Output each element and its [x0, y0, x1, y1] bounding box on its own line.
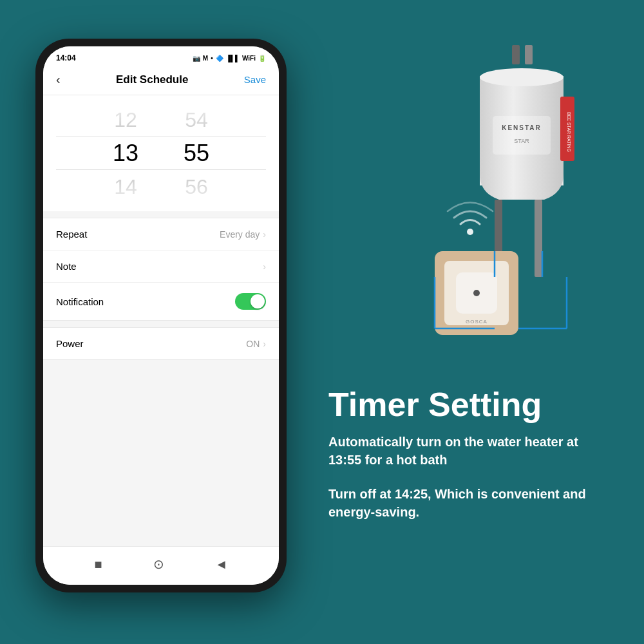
power-value: ON ›: [246, 339, 266, 349]
settings-section-2: Power ON ›: [43, 327, 279, 360]
status-icons: 📷 M • 🔷 ▐▌▌ WiFi 🔋: [193, 55, 266, 62]
wifi-icon: WiFi: [242, 55, 256, 62]
description-area: Timer Setting Automatically turn on the …: [316, 367, 631, 644]
nav-title: Edit Schedule: [116, 73, 188, 86]
camera-icon: 📷: [193, 55, 200, 62]
bluetooth-icon: 🔷: [216, 55, 223, 62]
svg-point-5: [480, 68, 564, 86]
repeat-setting[interactable]: Repeat Every day ›: [43, 218, 279, 251]
notification-toggle[interactable]: [235, 293, 266, 310]
back-button[interactable]: ‹: [56, 72, 61, 87]
power-text: ON: [246, 339, 260, 349]
minute-column[interactable]: 54 55 56: [164, 103, 229, 204]
svg-rect-0: [512, 45, 520, 64]
svg-rect-1: [525, 45, 533, 64]
nav-bar: ‹ Edit Schedule Save: [43, 67, 279, 95]
note-setting[interactable]: Note ›: [43, 251, 279, 283]
save-button[interactable]: Save: [244, 74, 266, 85]
timer-description-2: Turn off at 14:25, Which is convenient a…: [328, 485, 612, 521]
svg-point-17: [473, 290, 480, 296]
repeat-text: Every day: [220, 229, 260, 240]
timer-description-1: Automatically turn on the water heater a…: [328, 433, 612, 469]
hour-column[interactable]: 12 13 14: [93, 103, 158, 204]
svg-text:STAR: STAR: [514, 138, 529, 144]
notification-label: Notification: [56, 296, 104, 307]
power-chevron: ›: [263, 339, 266, 349]
minute-item-selected: 55: [164, 137, 229, 170]
svg-rect-12: [535, 200, 542, 277]
hour-item-next: 14: [93, 170, 158, 204]
settings-section-1: Repeat Every day › Note › Notification: [43, 218, 279, 321]
note-value: ›: [263, 261, 266, 272]
time-picker[interactable]: 12 13 14 54 55 56: [43, 95, 279, 211]
power-label: Power: [56, 338, 84, 349]
nav-square-icon[interactable]: ■: [95, 557, 102, 572]
repeat-label: Repeat: [56, 229, 87, 240]
minute-item-prev: 54: [164, 103, 229, 137]
svg-rect-6: [493, 116, 551, 155]
svg-text:KENSTAR: KENSTAR: [502, 124, 542, 131]
phone-screen: 14:04 📷 M • 🔷 ▐▌▌ WiFi 🔋 ‹ Edit Schedule…: [43, 46, 279, 585]
notification-setting[interactable]: Notification: [43, 283, 279, 320]
phone-shell: 14:04 📷 M • 🔷 ▐▌▌ WiFi 🔋 ‹ Edit Schedule…: [35, 39, 287, 592]
hour-item-selected: 13: [93, 137, 158, 170]
nav-home-icon[interactable]: ⊙: [153, 556, 164, 572]
timer-setting-title: Timer Setting: [328, 386, 612, 423]
repeat-value: Every day ›: [220, 229, 266, 240]
status-time: 14:04: [56, 53, 76, 62]
repeat-chevron: ›: [263, 229, 266, 240]
power-setting[interactable]: Power ON ›: [43, 328, 279, 359]
dot-icon: •: [211, 55, 213, 62]
note-label: Note: [56, 261, 77, 272]
phone-mockup: 14:04 📷 M • 🔷 ▐▌▌ WiFi 🔋 ‹ Edit Schedule…: [35, 39, 287, 592]
status-bar: 14:04 📷 M • 🔷 ▐▌▌ WiFi 🔋: [43, 46, 279, 67]
toggle-knob: [251, 294, 265, 308]
mail-icon: M: [203, 55, 208, 62]
signal-icon: ▐▌▌: [226, 55, 240, 62]
svg-text:BEE STAR RATING: BEE STAR RATING: [567, 112, 571, 152]
nav-back-icon[interactable]: ◄: [215, 557, 228, 572]
battery-icon: 🔋: [258, 55, 266, 62]
svg-point-13: [467, 229, 473, 235]
bottom-navigation: ■ ⊙ ◄: [43, 546, 279, 585]
minute-item-next: 56: [164, 170, 229, 204]
time-highlight: [56, 137, 266, 170]
device-illustration: KENSTAR STAR BEE STAR RATING GOSCA: [386, 32, 631, 354]
svg-text:GOSCA: GOSCA: [466, 319, 488, 325]
note-chevron: ›: [263, 261, 266, 272]
hour-item-prev: 12: [93, 103, 158, 137]
